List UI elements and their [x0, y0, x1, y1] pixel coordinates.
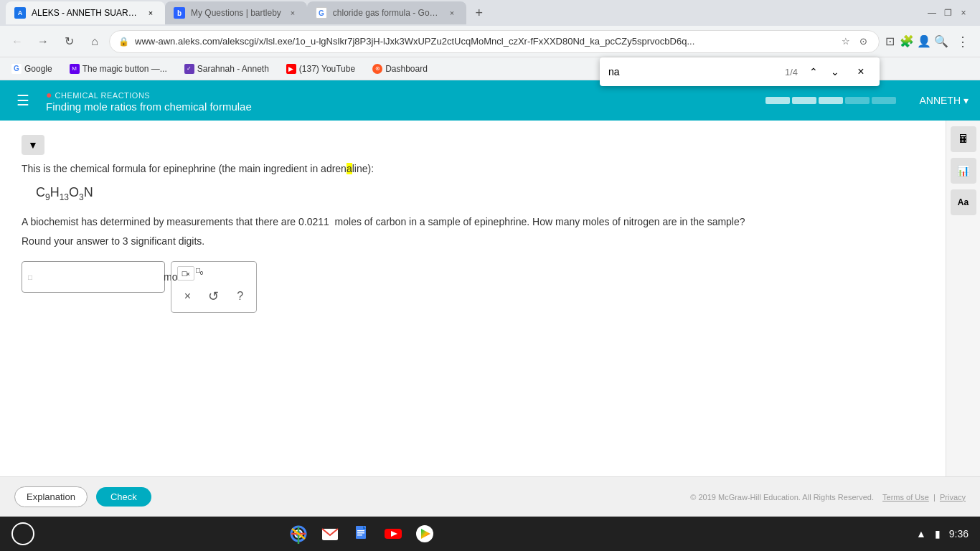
svg-rect-10	[357, 534, 362, 536]
battery-icon: ▮	[935, 528, 941, 540]
address-bar[interactable]: 🔒 www-awn.aleks.com/alekscgi/x/lsl.exe/1…	[109, 30, 880, 53]
question-sidebar: 🖩 📊 Aa	[946, 121, 980, 476]
bookmark-youtube[interactable]: ▶ (137) YouTube	[283, 62, 358, 75]
dashboard-bookmark-favicon: ⊛	[372, 64, 382, 74]
tab-google-close[interactable]: ×	[446, 7, 458, 19]
find-previous-button[interactable]: ⌃	[804, 62, 824, 82]
chart-tool[interactable]: 📊	[951, 158, 976, 184]
bookmark-sarahnah-label: Sarahnah - Anneth	[197, 64, 269, 74]
url-text: www-awn.aleks.com/alekscgi/x/lsl.exe/1o_…	[135, 36, 833, 47]
taskbar-docs[interactable]	[347, 519, 376, 548]
cast-icon[interactable]: ⊡	[882, 34, 897, 49]
new-tab-button[interactable]: +	[469, 3, 489, 23]
bookmark-sarahnah[interactable]: ✓ Sarahnah - Anneth	[182, 62, 272, 75]
home-button[interactable]: ⌂	[83, 30, 106, 53]
tab-aleks[interactable]: A ALEKS - ANNETH SUAREZ PALO ×	[6, 1, 165, 24]
user-name: ANNETH	[919, 95, 961, 106]
svg-rect-8	[357, 530, 364, 532]
aleks-header: ☰ ● CHEMICAL REACTIONS Finding mole rati…	[0, 80, 980, 121]
input-square-icon: □	[28, 273, 32, 281]
back-button[interactable]: ←	[6, 30, 29, 53]
section-label: ● CHEMICAL REACTIONS	[46, 89, 252, 100]
magic-bookmark-favicon: M	[70, 64, 80, 74]
reload-button[interactable]: ↻	[57, 30, 80, 53]
close-button[interactable]: ×	[958, 8, 969, 18]
topic-dropdown[interactable]: ▼	[22, 135, 44, 155]
user-dropdown-icon: ▾	[963, 95, 969, 106]
google-tab-favicon: G	[316, 7, 327, 19]
progress-seg-1	[765, 97, 790, 104]
lens-icon[interactable]: ⊙	[856, 34, 870, 49]
aleks-favicon: A	[14, 7, 26, 19]
tab-google-title: chloride gas formula - Google Se	[333, 8, 440, 18]
bookmark-google[interactable]: G Google	[9, 62, 55, 75]
find-bar: 1/4 ⌃ ⌄ ×	[600, 57, 880, 86]
bookmark-dashboard-label: Dashboard	[385, 64, 428, 74]
question-main: ▼ This is the chemical formula for epine…	[0, 121, 946, 476]
find-input[interactable]	[608, 66, 779, 77]
maximize-button[interactable]: ❐	[943, 8, 953, 18]
user-menu[interactable]: ANNETH ▾	[919, 95, 969, 106]
progress-seg-2	[792, 97, 816, 104]
find-close-button[interactable]: ×	[851, 62, 871, 82]
bookmark-magic[interactable]: M The magic button —...	[67, 62, 170, 75]
aleks-page: ☰ ● CHEMICAL REACTIONS Finding mole rati…	[0, 80, 980, 517]
taskbar-gmail[interactable]	[316, 519, 344, 548]
subscript-icon: □0	[196, 266, 203, 281]
terms-of-use-link[interactable]: Terms of Use	[882, 493, 929, 501]
header-title-section: ● CHEMICAL REACTIONS Finding mole ratios…	[46, 89, 252, 113]
tab-google[interactable]: G chloride gas formula - Google Se ×	[307, 1, 466, 24]
tab-bartleby[interactable]: b My Questions | bartleby ×	[165, 1, 307, 24]
wifi-icon: ▲	[916, 528, 926, 540]
tab-bartleby-close[interactable]: ×	[287, 7, 298, 19]
taskbar-play-store[interactable]	[410, 519, 439, 548]
clear-button[interactable]: ×	[177, 286, 197, 306]
help-button[interactable]: ?	[230, 286, 250, 306]
undo-button[interactable]: ↺	[204, 286, 224, 306]
search-icon[interactable]: 🔍	[934, 34, 948, 49]
progress-seg-4	[845, 97, 870, 104]
explanation-button[interactable]: Explanation	[14, 486, 88, 507]
forward-button[interactable]: →	[32, 30, 55, 53]
hamburger-menu[interactable]: ☰	[11, 89, 34, 112]
bookmark-google-label: Google	[24, 64, 52, 74]
math-toolbar: □x □0 × ↺ ?	[171, 261, 257, 313]
bookmark-magic-label: The magic button —...	[83, 64, 167, 74]
privacy-link[interactable]: Privacy	[940, 493, 966, 501]
home-circle[interactable]	[11, 522, 34, 545]
progress-seg-5	[872, 97, 896, 104]
nav-bar: ← → ↻ ⌂ 🔒 www-awn.aleks.com/alekscgi/x/l…	[0, 26, 980, 57]
answer-input[interactable]	[35, 271, 161, 283]
bartleby-favicon: b	[174, 7, 185, 19]
bookmark-youtube-label: (137) YouTube	[299, 64, 355, 74]
calculator-tool[interactable]: 🖩	[951, 126, 976, 152]
youtube-bookmark-favicon: ▶	[286, 64, 296, 74]
footer-links: © 2019 McGraw-Hill Education. All Rights…	[690, 493, 966, 501]
superscript-button[interactable]: □x	[177, 266, 194, 281]
highlight-na: a	[347, 163, 352, 174]
find-next-button[interactable]: ⌄	[825, 62, 845, 82]
chrome-menu-icon[interactable]: ⋮	[951, 30, 974, 53]
taskbar-chrome[interactable]	[284, 519, 313, 548]
time-display: 9:36	[949, 528, 969, 540]
sarahnah-bookmark-favicon: ✓	[184, 64, 194, 74]
svg-rect-9	[357, 532, 364, 534]
bookmark-dashboard[interactable]: ⊛ Dashboard	[369, 62, 430, 75]
question-bottom: Explanation Check © 2019 McGraw-Hill Edu…	[0, 476, 980, 517]
chemical-formula: C9H13O3N	[36, 185, 924, 202]
minimize-button[interactable]: —	[927, 8, 937, 18]
taskbar-youtube[interactable]	[379, 519, 407, 548]
biochemist-text: A biochemist has determined by measureme…	[22, 214, 924, 230]
progress-seg-3	[819, 97, 843, 104]
check-button[interactable]: Check	[96, 487, 151, 507]
find-count: 1/4	[785, 67, 798, 77]
extensions-icon[interactable]: 🧩	[900, 34, 914, 49]
profile-icon[interactable]: 👤	[917, 34, 931, 49]
text-tool[interactable]: Aa	[951, 189, 976, 215]
progress-section	[765, 97, 896, 104]
find-navigation: ⌃ ⌄	[804, 62, 845, 82]
tab-aleks-close[interactable]: ×	[145, 7, 156, 19]
window-controls: — ❐ ×	[927, 8, 974, 18]
topic-title: Finding mole ratios from chemical formul…	[46, 100, 252, 113]
bookmark-star-icon[interactable]: ☆	[839, 34, 853, 49]
